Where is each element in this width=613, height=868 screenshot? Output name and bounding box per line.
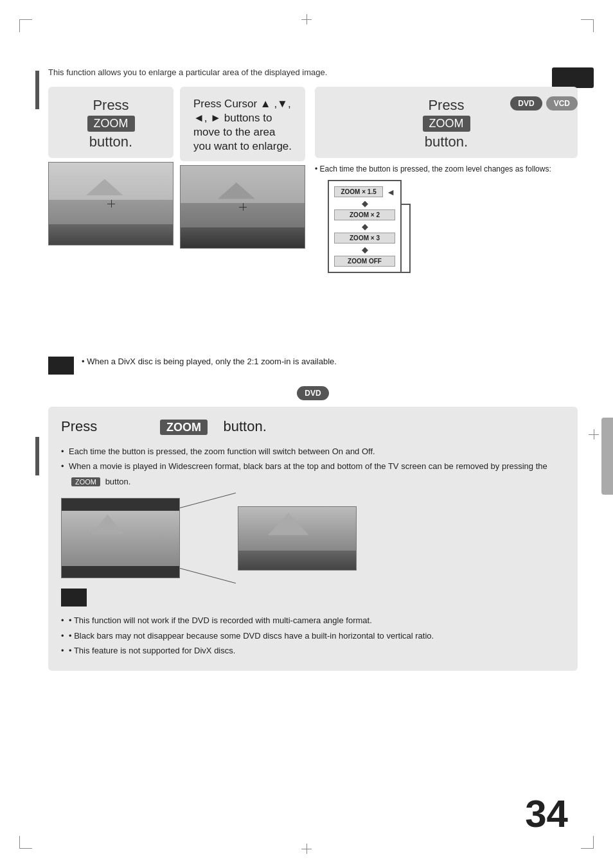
press-box-1: Press ZOOM button. [48,87,173,158]
dvd-badge: DVD [510,96,542,111]
connector [180,498,238,578]
cross-top [301,14,312,24]
zoom-tag-off: ZOOM OFF [334,256,395,267]
vcd-badge: VCD [546,96,578,111]
zoom-level-2: ZOOM × 2 [334,209,395,220]
bullet-1: Each time the button is pressed, the zoo… [61,444,565,459]
zoom-button-label: ZOOM [87,116,135,132]
button-word: button. [224,418,267,434]
instruction-col1: Press ZOOM button. [48,87,173,245]
zoom-level-3: ZOOM × 3 [334,233,395,244]
corner-mark-tl [19,19,32,32]
corner-mark-tr [581,19,594,32]
left-bar-1 [35,71,39,109]
format-badges: DVD VCD [510,96,578,111]
dvd-badge-section2: DVD [48,386,578,400]
cursor-instruction-box: Press Cursor ▲ ,▼,◄, ► buttons tomove to… [180,87,305,161]
instruction-row: Press ZOOM button. [48,87,578,342]
divx-note-text: • When a DivX disc is being played, only… [82,355,337,368]
zoom-chart-box: ZOOM × 1.5 ◄ ◆ ZOOM × 2 ◆ ZOOM × 3 ◆ ZOO… [328,180,402,273]
zoom-bracket [402,204,411,273]
left-bar-2 [35,437,39,475]
image-box-1 [48,162,173,245]
note-row-2 [61,587,565,607]
scene-image-1 [49,163,173,245]
widescreen-btn: ZOOM [160,420,208,435]
compare-scene-1 [62,499,179,578]
corner-mark-br [581,836,594,849]
bullet-2: When a movie is played in Widescreen for… [61,459,565,489]
compare-image-1 [61,498,180,578]
note-icon-divx [48,357,74,375]
bottom-note-3: • This feature is not supported for DivX… [61,643,565,658]
corner-mark-bl [19,836,32,849]
zoom-desc-text: • Each time the button is pressed, the z… [315,163,578,175]
zoom-dot-1: ◆ [334,199,395,208]
press-word: Press [61,418,97,434]
bottom-note-2: • Black bars may not disappear because s… [61,628,565,643]
dvd-badge-2: DVD [297,386,328,400]
zoom-chart: ZOOM × 1.5 ◄ ◆ ZOOM × 2 ◆ ZOOM × 3 ◆ ZOO… [328,180,578,342]
note-icon-2 [61,589,87,607]
zoom-btn-inline: ZOOM [71,477,100,486]
divx-note-row: • When a DivX disc is being played, only… [48,355,578,375]
zoom-tag-1: ZOOM × 1.5 [334,186,383,197]
press-label-1: Press [87,97,135,114]
zoom-level-1: ZOOM × 1.5 ◄ [334,186,395,197]
button-label-1: button. [87,134,135,150]
cursor-instruction-text: Press Cursor ▲ ,▼,◄, ► buttons tomove to… [193,97,292,154]
compare-scene-2 [238,507,356,570]
cross-right [589,429,599,439]
image-box-2 [180,165,305,249]
cross-bottom [301,844,312,854]
button-label-2: button. [423,134,470,150]
zoom-arrow-indicator: ◄ [386,187,395,197]
instruction-col2: Press Cursor ▲ ,▼,◄, ► buttons tomove to… [180,87,305,249]
crosshair-1 [107,200,115,208]
zoom-level-off: ZOOM OFF [334,256,395,267]
widescreen-bullets: Each time the button is pressed, the zoo… [61,444,565,489]
zoom-button-label-2: ZOOM [423,116,470,132]
widescreen-title: Press ZOOM button. [61,418,565,435]
zoom-tag-3: ZOOM × 3 [334,233,395,244]
intro-text: This function allows you to enlarge a pa… [48,67,578,77]
zoom-dot-3: ◆ [334,245,395,254]
compare-images-row [61,498,565,578]
main-content: This function allows you to enlarge a pa… [48,35,578,671]
bottom-note-1: • This function will not work if the DVD… [61,613,565,628]
instruction-col3: Press ZOOM button. • Each time the butto… [312,87,578,342]
crosshair-2 [239,203,247,211]
right-tab [601,418,613,495]
compare-image-2 [238,506,357,571]
bottom-bullets: • This function will not work if the DVD… [61,613,565,658]
press-label-2: Press [423,97,470,114]
scene-image-2 [181,166,305,248]
zoom-tag-2: ZOOM × 2 [334,209,395,220]
zoom-dot-2: ◆ [334,222,395,231]
widescreen-section: Press ZOOM button. Each time the button … [48,407,578,671]
page-number: 34 [525,792,568,836]
